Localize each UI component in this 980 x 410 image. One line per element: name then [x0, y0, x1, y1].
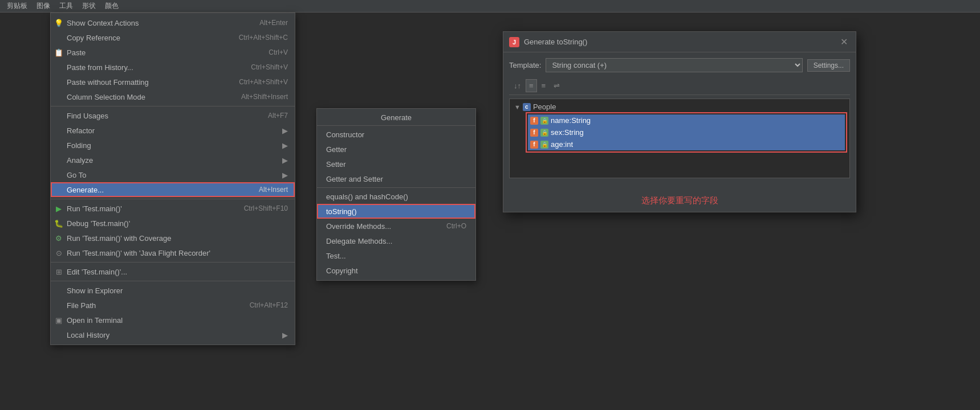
menu-item-find-usages[interactable]: Find Usages Alt+F7 [51, 108, 295, 123]
copy-reference-shortcut: Ctrl+Alt+Shift+C [239, 34, 288, 42]
equals-hashcode-label: equals() and hashCode() [326, 192, 408, 201]
align-left-button[interactable]: ≡ [538, 79, 550, 92]
separator-4 [51, 281, 295, 281]
constructor-label: Constructor [326, 130, 364, 139]
field-sex-label: sex:String [551, 128, 584, 137]
column-icon [54, 92, 63, 101]
settings-button[interactable]: Settings... [807, 59, 850, 72]
menu-item-debug[interactable]: 🐛 Debug 'Test.main()' [51, 216, 295, 231]
override-methods-label: Override Methods... [326, 222, 391, 231]
menu-item-run[interactable]: ▶ Run 'Test.main()' Ctrl+Shift+F10 [51, 201, 295, 216]
align-right-button[interactable]: ⇌ [550, 79, 563, 92]
menu-item-column-selection[interactable]: Column Selection Mode Alt+Shift+Insert [51, 89, 295, 104]
run-flight-recorder-label: Run 'Test.main()' with 'Java Flight Reco… [67, 249, 288, 257]
gen-item-test[interactable]: Test... [317, 248, 475, 263]
menu-colors[interactable]: 颜色 [100, 0, 123, 12]
gen-item-getter[interactable]: Getter [317, 142, 475, 157]
tree-root-node[interactable]: ▼ c People [512, 101, 847, 112]
paste-without-formatting-shortcut: Ctrl+Alt+Shift+V [239, 78, 288, 86]
analyze-icon [54, 155, 63, 165]
history-icon [54, 330, 63, 339]
gen-item-constructor[interactable]: Constructor [317, 127, 475, 142]
menu-shapes[interactable]: 形状 [78, 0, 100, 12]
gen-item-setter[interactable]: Setter [317, 157, 475, 171]
sort-desc-button[interactable]: ≡ [526, 79, 537, 92]
separator-2 [51, 199, 295, 199]
file-path-label: File Path [67, 301, 227, 310]
setter-label: Setter [326, 160, 346, 169]
menu-clipboard[interactable]: 剪贴板 [2, 0, 32, 12]
test-label: Test... [326, 252, 346, 260]
menu-item-show-explorer[interactable]: Show in Explorer [51, 283, 295, 298]
tree-item-sex[interactable]: f 🔒 sex:String [528, 126, 845, 138]
lock-icon-name: 🔒 [540, 117, 548, 125]
debug-label: Debug 'Test.main()' [67, 219, 288, 228]
folding-arrow: ▶ [282, 141, 288, 150]
menu-tools[interactable]: 工具 [55, 0, 78, 12]
gen-item-getter-setter[interactable]: Getter and Setter [317, 171, 475, 186]
tree-root-label: People [533, 102, 556, 111]
menu-item-paste-from-history[interactable]: Paste from History... Ctrl+Shift+V [51, 60, 295, 75]
run-icon: ▶ [54, 204, 63, 213]
paste-shortcut: Ctrl+V [269, 48, 288, 56]
tree-children: f 🔒 name:String f 🔒 sex:String f 🔒 age:i… [526, 112, 847, 153]
explorer-icon [54, 286, 63, 295]
analyze-arrow: ▶ [282, 156, 288, 165]
menu-item-edit[interactable]: ⊞ Edit 'Test.main()'... [51, 264, 295, 279]
menu-item-generate[interactable]: Generate... Alt+Insert [51, 182, 295, 197]
generate-icon [54, 185, 63, 194]
sort-asc-button[interactable]: ↓↑ [510, 79, 524, 92]
folding-label: Folding [67, 141, 282, 150]
gen-item-tostring[interactable]: toString() [317, 204, 475, 219]
folding-icon [54, 141, 63, 150]
menu-item-paste-without-formatting[interactable]: Paste without Formatting Ctrl+Alt+Shift+… [51, 75, 295, 89]
menu-item-open-terminal[interactable]: ▣ Open in Terminal [51, 313, 295, 327]
menu-item-folding[interactable]: Folding ▶ [51, 138, 295, 153]
menu-item-goto[interactable]: Go To ▶ [51, 167, 295, 182]
field-icon-age: f [530, 141, 538, 149]
paste-without-formatting-label: Paste without Formatting [67, 78, 216, 87]
run-label: Run 'Test.main()' [67, 204, 221, 213]
refactor-arrow: ▶ [282, 126, 288, 135]
tree-item-age[interactable]: f 🔒 age:int [528, 138, 845, 150]
gen-item-copyright[interactable]: Copyright [317, 263, 475, 278]
menu-item-copy-reference[interactable]: Copy Reference Ctrl+Alt+Shift+C [51, 30, 295, 45]
tree-item-name[interactable]: f 🔒 name:String [528, 114, 845, 126]
gen-item-delegate-methods[interactable]: Delegate Methods... [317, 233, 475, 248]
menu-item-file-path[interactable]: File Path Ctrl+Alt+F12 [51, 298, 295, 313]
hint-text: 选择你要重写的字段 [509, 195, 850, 206]
close-button[interactable]: ✕ [838, 35, 850, 48]
menu-item-analyze[interactable]: Analyze ▶ [51, 153, 295, 167]
menu-item-local-history[interactable]: Local History ▶ [51, 327, 295, 342]
dialog-body: Template: String concat (+) Settings... … [503, 52, 856, 212]
run-shortcut: Ctrl+Shift+F10 [244, 204, 288, 212]
refactor-label: Refactor [67, 126, 282, 135]
copy-reference-label: Copy Reference [67, 34, 216, 42]
gen-item-override-methods[interactable]: Override Methods... Ctrl+O [317, 219, 475, 233]
menu-bar: 剪贴板 图像 工具 形状 颜色 [0, 0, 980, 13]
goto-arrow: ▶ [282, 171, 288, 179]
menu-item-run-coverage[interactable]: ⚙ Run 'Test.main()' with Coverage [51, 231, 295, 245]
flight-recorder-icon: ⊙ [54, 248, 63, 257]
gen-item-equals-hashcode[interactable]: equals() and hashCode() [317, 189, 475, 204]
tree-chevron-icon: ▼ [514, 104, 521, 110]
goto-label: Go To [67, 171, 282, 179]
file-path-shortcut: Ctrl+Alt+F12 [250, 301, 288, 309]
menu-item-paste[interactable]: 📋 Paste Ctrl+V [51, 45, 295, 60]
delegate-methods-label: Delegate Methods... [326, 237, 392, 245]
override-methods-shortcut: Ctrl+O [446, 222, 466, 230]
paste-icon: 📋 [54, 48, 63, 57]
copyright-label: Copyright [326, 266, 358, 275]
menu-item-show-context-actions[interactable]: 💡 Show Context Actions Alt+Enter [51, 15, 295, 30]
generate-submenu-title: Generate [317, 111, 475, 126]
gen-separator-1 [317, 187, 475, 188]
template-select[interactable]: String concat (+) [546, 58, 802, 72]
menu-item-refactor[interactable]: Refactor ▶ [51, 123, 295, 138]
generate-label: Generate... [67, 186, 236, 194]
template-label: Template: [509, 61, 541, 69]
menu-item-run-flight-recorder[interactable]: ⊙ Run 'Test.main()' with 'Java Flight Re… [51, 245, 295, 260]
edit-label: Edit 'Test.main()'... [67, 268, 288, 276]
dialog-toolbar: ↓↑ ≡ ≡ ⇌ [509, 77, 850, 95]
column-selection-label: Column Selection Mode [67, 93, 218, 101]
menu-image[interactable]: 图像 [32, 0, 55, 12]
